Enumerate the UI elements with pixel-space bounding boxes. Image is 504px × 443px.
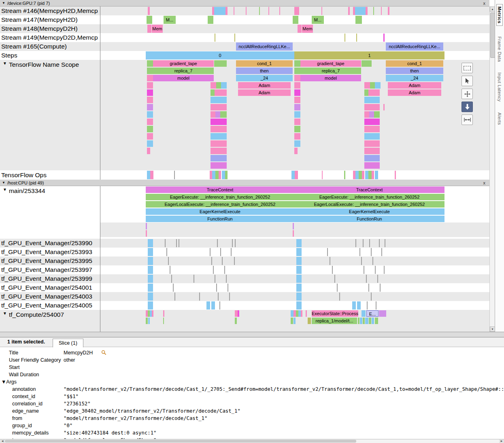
trace-event[interactable]	[327, 248, 328, 256]
trace-event[interactable]	[306, 310, 307, 317]
trace-event[interactable]	[148, 301, 153, 309]
trace-event[interactable]	[215, 275, 215, 283]
trace-event[interactable]	[147, 133, 153, 140]
trace-event[interactable]	[385, 239, 385, 247]
trace-event[interactable]	[294, 140, 300, 147]
trace-event[interactable]: FunctionRun	[294, 216, 444, 222]
trace-event[interactable]	[296, 239, 302, 247]
trace-event[interactable]	[219, 301, 220, 309]
trace-event[interactable]	[348, 7, 350, 15]
trace-event[interactable]	[225, 7, 228, 15]
analysis-tab-frame-data[interactable]: Frame Data	[497, 36, 502, 62]
trace-event[interactable]	[225, 171, 228, 179]
scroll-right-button[interactable]: ▶	[499, 439, 504, 443]
track-label-tensorflow-name-scope[interactable]: ▼TensorFlow Name Scope	[0, 60, 100, 170]
trace-event[interactable]: Adam	[388, 89, 441, 96]
trace-event[interactable]	[147, 60, 153, 67]
trace-event[interactable]	[369, 239, 370, 247]
trace-event[interactable]	[147, 82, 153, 89]
collapse-icon[interactable]: ▼	[2, 0, 5, 6]
trace-event[interactable]	[215, 111, 220, 118]
trace-event[interactable]	[147, 68, 153, 74]
trace-event[interactable]	[294, 148, 298, 154]
trace-event[interactable]	[148, 7, 150, 15]
trace-event[interactable]: model	[153, 75, 214, 81]
trace-event[interactable]	[372, 171, 374, 179]
trace-event[interactable]	[147, 89, 153, 96]
trace-event[interactable]	[370, 82, 375, 89]
trace-event[interactable]: replica_7	[153, 68, 214, 74]
trace-event[interactable]	[355, 239, 356, 247]
trace-event[interactable]	[222, 257, 223, 265]
trace-event[interactable]	[294, 126, 300, 132]
trace-event[interactable]	[362, 171, 364, 179]
trace-event[interactable]	[163, 310, 164, 317]
trace-event[interactable]	[294, 133, 300, 140]
trace-event[interactable]	[268, 7, 269, 15]
trace-event[interactable]	[217, 239, 218, 247]
trace-event[interactable]	[371, 293, 372, 301]
trace-event[interactable]	[211, 301, 215, 309]
trace-event[interactable]	[383, 34, 385, 42]
trace-event[interactable]	[165, 239, 166, 247]
trace-event[interactable]	[383, 104, 385, 110]
trace-event[interactable]	[147, 104, 153, 110]
trace-event[interactable]	[355, 7, 366, 15]
trace-event[interactable]: Adam	[238, 82, 291, 89]
trace-event[interactable]	[194, 275, 194, 283]
trace-event[interactable]	[146, 318, 148, 324]
close-button[interactable]: x	[483, 180, 486, 185]
collapse-icon[interactable]: ▼	[3, 311, 7, 316]
tab-slice[interactable]: Slice (1)	[53, 339, 83, 348]
trace-event[interactable]	[150, 171, 153, 179]
trace-event[interactable]	[171, 275, 172, 283]
trace-event[interactable]	[296, 301, 302, 309]
trace-event[interactable]	[259, 7, 260, 15]
trace-event[interactable]: Mem	[302, 25, 313, 33]
trace-event[interactable]	[362, 60, 372, 67]
trace-event[interactable]	[211, 140, 227, 147]
trace-event[interactable]: Adam	[238, 89, 291, 96]
trace-event[interactable]	[279, 7, 280, 15]
trace-event[interactable]	[368, 89, 380, 96]
trace-event[interactable]	[147, 25, 151, 33]
trace-event[interactable]	[224, 266, 225, 274]
trace-event[interactable]	[294, 97, 300, 103]
trace-event[interactable]	[379, 239, 380, 247]
trace-event[interactable]	[294, 82, 300, 89]
trace-event[interactable]	[211, 257, 212, 265]
trace-event[interactable]	[376, 301, 376, 309]
trace-event[interactable]	[163, 318, 164, 324]
trace-event[interactable]	[147, 126, 153, 132]
trace-event[interactable]	[380, 284, 381, 292]
collapse-icon[interactable]: ▼	[2, 180, 5, 186]
trace-event[interactable]	[235, 318, 237, 324]
trace-event[interactable]	[211, 104, 227, 110]
trace-event[interactable]	[221, 82, 227, 89]
trace-event[interactable]	[235, 239, 236, 247]
trace-event[interactable]	[146, 230, 147, 237]
trace-event[interactable]	[152, 310, 153, 317]
trace-event[interactable]	[365, 318, 368, 324]
trace-event[interactable]	[211, 133, 227, 140]
trace-event[interactable]: 0	[146, 51, 294, 59]
trace-event[interactable]: model	[300, 75, 361, 81]
trace-event[interactable]	[211, 162, 227, 169]
trace-event[interactable]	[377, 275, 378, 283]
trace-event[interactable]	[373, 7, 374, 15]
trace-event[interactable]	[291, 310, 293, 317]
trace-event[interactable]	[234, 7, 234, 15]
trace-event[interactable]	[294, 7, 299, 15]
trace-event[interactable]	[206, 301, 210, 309]
trace-event[interactable]	[294, 75, 300, 81]
trace-event[interactable]	[147, 16, 152, 24]
trace-event[interactable]: Mem	[152, 25, 163, 33]
trace-event[interactable]	[355, 16, 362, 24]
trace-event[interactable]	[369, 111, 374, 118]
trace-event[interactable]: EagerLocalExecute: __inference_train_fun…	[294, 201, 444, 208]
trace-event[interactable]	[214, 60, 227, 67]
analysis-tab-alerts[interactable]: Alerts	[497, 112, 502, 125]
trace-event[interactable]: 1	[294, 51, 444, 59]
trace-event[interactable]	[147, 119, 153, 125]
trace-event[interactable]	[148, 275, 153, 283]
